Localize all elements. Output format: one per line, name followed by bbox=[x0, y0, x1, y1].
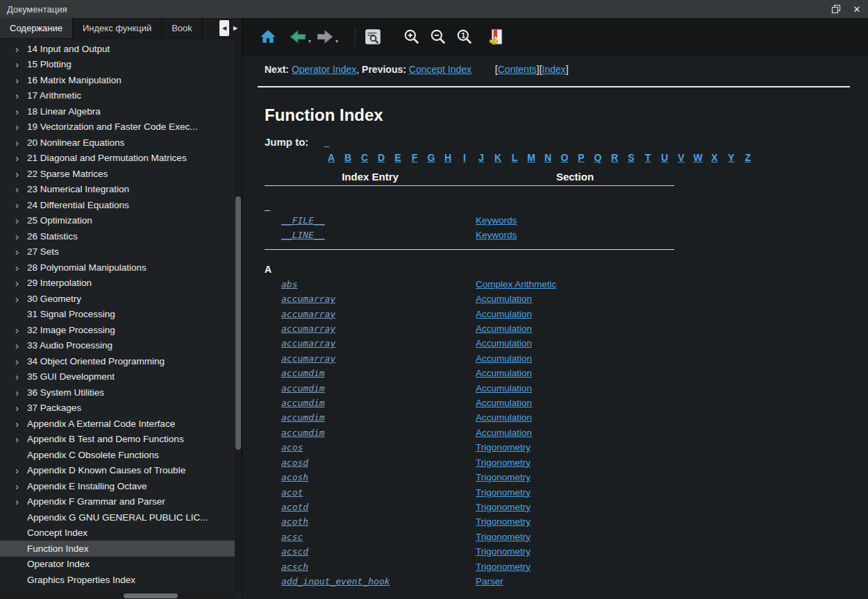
chevron-right-icon[interactable]: › bbox=[15, 153, 27, 163]
sidebar-item[interactable]: ›29 Interpolation bbox=[0, 276, 235, 292]
chevron-right-icon[interactable]: › bbox=[15, 481, 27, 491]
section-link[interactable]: Keywords bbox=[476, 228, 517, 242]
nav-next-link[interactable]: Operator Index bbox=[292, 64, 356, 75]
letter-link-v[interactable]: V bbox=[673, 152, 690, 163]
section-link[interactable]: Trigonometry bbox=[476, 544, 531, 559]
sidebar-item[interactable]: ›Appendix D Known Causes of Trouble bbox=[0, 463, 235, 479]
function-link[interactable]: accumdim bbox=[265, 410, 325, 425]
chevron-right-icon[interactable]: › bbox=[15, 262, 27, 273]
function-link[interactable]: __LINE__ bbox=[265, 228, 325, 242]
function-link[interactable]: acosh bbox=[265, 470, 308, 484]
function-link[interactable]: __FILE__ bbox=[265, 213, 325, 228]
chevron-right-icon[interactable]: › bbox=[15, 387, 27, 398]
sidebar-item[interactable]: ›37 Packages bbox=[0, 400, 235, 416]
section-link[interactable]: Accumulation bbox=[476, 396, 532, 410]
close-window-button[interactable]: ✕ bbox=[851, 3, 862, 15]
chevron-right-icon[interactable]: › bbox=[15, 465, 27, 475]
chevron-right-icon[interactable]: › bbox=[15, 419, 27, 429]
forward-button[interactable]: ▾ bbox=[315, 28, 338, 46]
chevron-right-icon[interactable]: › bbox=[15, 371, 27, 382]
letter-link-u[interactable]: U bbox=[656, 152, 673, 163]
letter-link-f[interactable]: F bbox=[406, 152, 423, 163]
section-link[interactable]: Accumulation bbox=[476, 366, 532, 380]
back-button[interactable]: ▾ bbox=[288, 28, 311, 46]
nav-contents-link[interactable]: Contents bbox=[498, 64, 537, 75]
chevron-right-icon[interactable]: › bbox=[15, 403, 27, 413]
section-link[interactable]: Trigonometry bbox=[476, 455, 531, 470]
letter-link-b[interactable]: B bbox=[340, 152, 356, 163]
function-link[interactable]: acosd bbox=[265, 455, 308, 470]
sidebar-item[interactable]: ›14 Input and Output bbox=[0, 41, 235, 57]
sidebar-item[interactable]: ›23 Numerical Integration bbox=[0, 182, 235, 198]
sidebar-item[interactable]: ›30 Geometry bbox=[0, 291, 235, 307]
section-link[interactable]: Accumulation bbox=[476, 336, 532, 351]
nav-index-link[interactable]: Index bbox=[542, 64, 566, 75]
letter-link-p[interactable]: P bbox=[573, 152, 590, 163]
function-link[interactable]: accumarray bbox=[265, 292, 335, 306]
section-link[interactable]: Accumulation bbox=[476, 292, 532, 306]
sidebar-item[interactable]: Appendix G GNU GENERAL PUBLIC LIC... bbox=[0, 509, 235, 525]
sidebar-item[interactable]: ›32 Image Processing bbox=[0, 322, 235, 338]
chevron-right-icon[interactable]: › bbox=[15, 59, 27, 69]
tab-scroll-right-button[interactable]: ▶ bbox=[231, 20, 240, 36]
function-link[interactable]: add_input_event_hook bbox=[265, 574, 390, 589]
sidebar-item[interactable]: ›35 GUI Development bbox=[0, 369, 235, 385]
function-link[interactable]: accumdim bbox=[265, 425, 325, 440]
function-link[interactable]: acot bbox=[265, 485, 303, 500]
chevron-right-icon[interactable]: › bbox=[15, 44, 27, 54]
sidebar-item[interactable]: ›36 System Utilities bbox=[0, 385, 235, 400]
letter-link-m[interactable]: M bbox=[523, 152, 540, 163]
sidebar-item[interactable]: ›22 Sparse Matrices bbox=[0, 166, 235, 182]
chevron-right-icon[interactable]: › bbox=[15, 496, 27, 507]
sidebar-item[interactable]: 31 Signal Processing bbox=[0, 307, 235, 323]
chevron-right-icon[interactable]: › bbox=[15, 184, 27, 194]
sidebar-horizontal-scrollbar[interactable] bbox=[0, 593, 235, 599]
chevron-right-icon[interactable]: › bbox=[15, 340, 27, 351]
sidebar-item[interactable]: ›Appendix B Test and Demo Functions bbox=[0, 432, 235, 448]
letter-link-g[interactable]: G bbox=[423, 152, 440, 163]
letter-link-y[interactable]: Y bbox=[723, 152, 740, 163]
letter-link-i[interactable]: I bbox=[456, 152, 473, 163]
chevron-right-icon[interactable]: › bbox=[15, 231, 27, 242]
letter-link-x[interactable]: X bbox=[706, 152, 723, 163]
tab-scroll-left-button[interactable]: ◀ bbox=[219, 20, 229, 36]
section-link[interactable]: Complex Arithmetic bbox=[476, 277, 556, 292]
sidebar-item[interactable]: Concept Index bbox=[0, 525, 235, 541]
section-link[interactable]: Accumulation bbox=[476, 351, 532, 366]
tab-contents[interactable]: Содержание bbox=[0, 18, 73, 38]
letter-link-e[interactable]: E bbox=[390, 152, 406, 163]
function-link[interactable]: acsc bbox=[265, 530, 303, 544]
function-link[interactable]: accumdim bbox=[265, 396, 325, 410]
nav-previous-link[interactable]: Concept Index bbox=[409, 64, 471, 75]
sidebar-item[interactable]: ›34 Object Oriented Programming bbox=[0, 353, 235, 369]
chevron-right-icon[interactable]: › bbox=[15, 294, 27, 304]
letter-link-a[interactable]: A bbox=[323, 152, 340, 163]
section-link[interactable]: Keywords bbox=[476, 213, 517, 228]
section-link[interactable]: Trigonometry bbox=[476, 559, 531, 574]
sidebar-item[interactable]: ›Appendix A External Code Interface bbox=[0, 416, 235, 432]
chevron-right-icon[interactable]: › bbox=[15, 278, 27, 288]
sidebar-item[interactable]: ›Appendix F Grammar and Parser bbox=[0, 494, 235, 510]
chevron-right-icon[interactable]: › bbox=[15, 169, 27, 179]
sidebar-item[interactable]: ›17 Arithmetic bbox=[0, 88, 235, 104]
section-link[interactable]: Trigonometry bbox=[476, 530, 531, 544]
letter-link-k[interactable]: K bbox=[490, 152, 506, 163]
function-link[interactable]: accumarray bbox=[265, 321, 335, 336]
sidebar-item[interactable]: Graphics Properties Index bbox=[0, 572, 235, 588]
chevron-right-icon[interactable]: › bbox=[15, 137, 27, 148]
function-link[interactable]: accumdim bbox=[265, 366, 325, 380]
letter-link-z[interactable]: Z bbox=[740, 152, 756, 163]
function-link[interactable]: accumarray bbox=[265, 336, 335, 351]
sidebar-item[interactable]: ›20 Nonlinear Equations bbox=[0, 135, 235, 151]
section-link[interactable]: Trigonometry bbox=[476, 514, 531, 529]
chevron-right-icon[interactable]: › bbox=[15, 325, 27, 335]
bookmark-button[interactable] bbox=[487, 28, 506, 46]
sidebar-item[interactable]: Function Index bbox=[0, 541, 235, 557]
sidebar-item[interactable]: ›28 Polynomial Manipulations bbox=[0, 260, 235, 276]
sidebar-item[interactable]: Operator Index bbox=[0, 557, 235, 573]
sidebar-item[interactable]: ›Appendix E Installing Octave bbox=[0, 478, 235, 494]
letter-link-t[interactable]: T bbox=[640, 152, 656, 163]
chevron-right-icon[interactable]: › bbox=[15, 90, 27, 101]
letter-link-o[interactable]: O bbox=[556, 152, 573, 163]
letter-link-r[interactable]: R bbox=[606, 152, 623, 163]
